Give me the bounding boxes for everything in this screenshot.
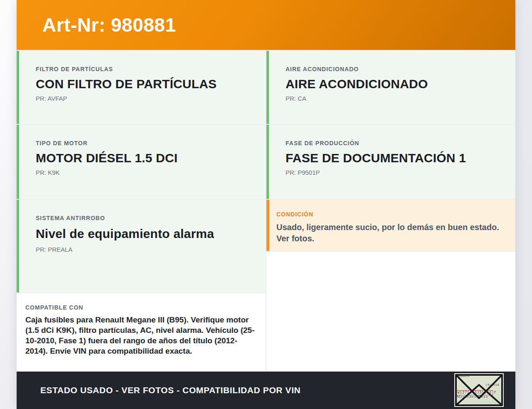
attributes-grid: FILTRO DE PARTÍCULAS CON FILTRO DE PARTÍ… (17, 50, 515, 372)
card-value: CON FILTRO DE PARTÍCULAS (36, 76, 257, 92)
card-label: COMPATIBLE CON (25, 304, 256, 311)
left-column: FILTRO DE PARTÍCULAS CON FILTRO DE PARTÍ… (17, 51, 266, 372)
card-label: FASE DE PRODUCCIÓN (286, 140, 507, 146)
card-tipo-motor: TIPO DE MOTOR MOTOR DIÉSEL 1.5 DCI PR: K… (17, 125, 266, 199)
condition-text: Usado, ligeramente sucio, por lo demás e… (276, 222, 504, 244)
card-pr-code: PR: CA (286, 95, 507, 102)
card-pr-code: PR: PREALA (36, 246, 257, 253)
page-title: Art-Nr: 980881 (42, 14, 176, 36)
card-compatible-con: COMPATIBLE CON Caja fusibles para Renaul… (17, 293, 266, 372)
card-label: AIRE ACONDICIONADO (286, 66, 507, 72)
card-label: FILTRO DE PARTÍCULAS (36, 66, 257, 72)
vin-document-photo: Fahrgestell-Nr. |4| AiA W1371463J312487 … (454, 373, 504, 407)
card-value: AIRE ACONDICIONADO (286, 76, 507, 92)
card-fase-produccion: FASE DE PRODUCCIÓN FASE DE DOCUMENTACIÓN… (266, 125, 515, 199)
empty-area (266, 252, 515, 372)
condition-label: CONDICIÓN (276, 211, 504, 218)
card-pr-code: PR: AVFAP (36, 95, 257, 102)
footer-banner: ESTADO USADO - VER FOTOS - COMPATIBILIDA… (17, 372, 515, 409)
card-aire-acondicionado: AIRE ACONDICIONADO AIRE ACONDICIONADO PR… (266, 51, 515, 124)
right-column: AIRE ACONDICIONADO AIRE ACONDICIONADO PR… (266, 51, 515, 372)
card-label: SISTEMA ANTIRROBO (36, 215, 257, 221)
card-filtro-particulas: FILTRO DE PARTÍCULAS CON FILTRO DE PARTÍ… (17, 51, 266, 124)
card-value: FASE DE DOCUMENTACIÓN 1 (286, 150, 507, 166)
card-label: TIPO DE MOTOR (36, 140, 257, 146)
card-value: MOTOR DIÉSEL 1.5 DCI (36, 150, 257, 166)
card-condicion: CONDICIÓN Usado, ligeramente sucio, por … (266, 200, 515, 251)
card-pr-code: PR: K9K (36, 169, 257, 176)
card-value: Nivel de equipamiento alarma (36, 225, 231, 243)
card-sistema-antirrobo: SISTEMA ANTIRROBO Nivel de equipamiento … (17, 200, 266, 292)
footer-text: ESTADO USADO - VER FOTOS - COMPATIBILIDA… (40, 385, 300, 395)
envelope-icon (455, 374, 503, 406)
header: Art-Nr: 980881 (17, 0, 515, 50)
product-card: Art-Nr: 980881 FILTRO DE PARTÍCULAS CON … (17, 0, 515, 409)
compatibility-text: Caja fusibles para Renault Megane III (B… (25, 315, 256, 356)
card-pr-code: PR: P9501P (286, 169, 507, 176)
